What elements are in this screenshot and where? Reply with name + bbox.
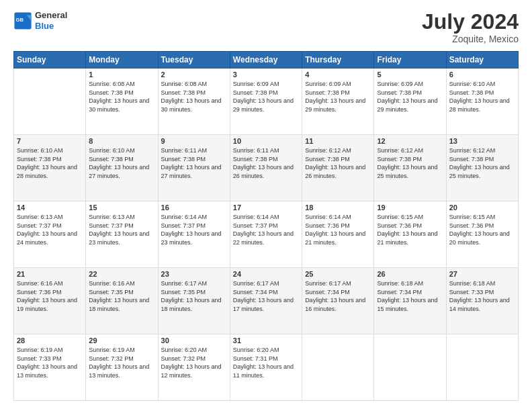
page: GB General Blue July 2024 Zoquite, Mexic… bbox=[0, 0, 532, 411]
day-info: Sunrise: 6:09 AMSunset: 7:38 PMDaylight:… bbox=[233, 80, 299, 113]
day-info: Sunrise: 6:13 AMSunset: 7:37 PMDaylight:… bbox=[17, 213, 83, 246]
day-number: 21 bbox=[17, 270, 83, 278]
day-number: 15 bbox=[89, 203, 154, 212]
calendar-cell: 22Sunrise: 6:16 AMSunset: 7:35 PMDayligh… bbox=[86, 268, 158, 334]
col-header-tuesday: Tuesday bbox=[158, 52, 230, 68]
col-header-saturday: Saturday bbox=[446, 52, 518, 68]
calendar-table: SundayMondayTuesdayWednesdayThursdayFrid… bbox=[13, 51, 519, 401]
day-info: Sunrise: 6:10 AMSunset: 7:38 PMDaylight:… bbox=[17, 146, 83, 180]
day-number: 5 bbox=[377, 71, 443, 79]
calendar-cell: 23Sunrise: 6:17 AMSunset: 7:35 PMDayligh… bbox=[158, 268, 230, 334]
calendar-cell: 13Sunrise: 6:12 AMSunset: 7:38 PMDayligh… bbox=[446, 135, 518, 201]
calendar-cell: 8Sunrise: 6:10 AMSunset: 7:38 PMDaylight… bbox=[86, 135, 158, 201]
col-header-friday: Friday bbox=[374, 52, 446, 68]
calendar-cell bbox=[302, 334, 374, 401]
calendar-cell: 28Sunrise: 6:19 AMSunset: 7:33 PMDayligh… bbox=[14, 334, 86, 401]
day-number: 25 bbox=[305, 270, 371, 278]
logo-icon: GB bbox=[13, 11, 32, 30]
calendar-cell: 10Sunrise: 6:11 AMSunset: 7:38 PMDayligh… bbox=[230, 135, 302, 201]
day-info: Sunrise: 6:09 AMSunset: 7:38 PMDaylight:… bbox=[377, 80, 443, 113]
day-number: 24 bbox=[233, 270, 299, 278]
calendar-cell: 19Sunrise: 6:15 AMSunset: 7:36 PMDayligh… bbox=[374, 201, 446, 268]
calendar-cell: 30Sunrise: 6:20 AMSunset: 7:32 PMDayligh… bbox=[158, 334, 230, 401]
day-info: Sunrise: 6:14 AMSunset: 7:37 PMDaylight:… bbox=[161, 213, 227, 246]
day-number: 9 bbox=[161, 137, 227, 145]
title-block: July 2024 Zoquite, Mexico bbox=[422, 10, 519, 44]
day-info: Sunrise: 6:12 AMSunset: 7:38 PMDaylight:… bbox=[449, 146, 515, 180]
calendar-week-1: 1Sunrise: 6:08 AMSunset: 7:38 PMDaylight… bbox=[14, 68, 519, 135]
calendar-header-row: SundayMondayTuesdayWednesdayThursdayFrid… bbox=[14, 52, 519, 68]
day-number: 6 bbox=[449, 71, 515, 79]
logo-line1: General bbox=[35, 10, 67, 21]
day-number: 4 bbox=[305, 71, 371, 79]
day-info: Sunrise: 6:11 AMSunset: 7:38 PMDaylight:… bbox=[233, 146, 299, 180]
day-info: Sunrise: 6:16 AMSunset: 7:36 PMDaylight:… bbox=[17, 279, 83, 313]
calendar-cell: 21Sunrise: 6:16 AMSunset: 7:36 PMDayligh… bbox=[14, 268, 86, 334]
day-info: Sunrise: 6:17 AMSunset: 7:34 PMDaylight:… bbox=[305, 279, 371, 313]
calendar-cell: 14Sunrise: 6:13 AMSunset: 7:37 PMDayligh… bbox=[14, 201, 86, 268]
day-info: Sunrise: 6:19 AMSunset: 7:32 PMDaylight:… bbox=[89, 346, 154, 379]
calendar-cell: 29Sunrise: 6:19 AMSunset: 7:32 PMDayligh… bbox=[86, 334, 158, 401]
calendar-cell bbox=[374, 334, 446, 401]
day-info: Sunrise: 6:18 AMSunset: 7:34 PMDaylight:… bbox=[377, 279, 443, 313]
day-info: Sunrise: 6:12 AMSunset: 7:38 PMDaylight:… bbox=[377, 146, 443, 180]
day-number: 17 bbox=[233, 203, 299, 212]
day-info: Sunrise: 6:08 AMSunset: 7:38 PMDaylight:… bbox=[161, 80, 227, 113]
day-number: 19 bbox=[377, 203, 443, 212]
calendar-cell: 16Sunrise: 6:14 AMSunset: 7:37 PMDayligh… bbox=[158, 201, 230, 268]
calendar-cell bbox=[446, 334, 518, 401]
calendar-week-3: 14Sunrise: 6:13 AMSunset: 7:37 PMDayligh… bbox=[14, 201, 519, 268]
logo: GB General Blue bbox=[13, 10, 67, 31]
logo-line2: Blue bbox=[35, 21, 67, 32]
day-number: 10 bbox=[233, 137, 299, 145]
day-info: Sunrise: 6:16 AMSunset: 7:35 PMDaylight:… bbox=[89, 279, 154, 313]
day-number: 28 bbox=[17, 336, 83, 345]
calendar-cell: 11Sunrise: 6:12 AMSunset: 7:38 PMDayligh… bbox=[302, 135, 374, 201]
col-header-wednesday: Wednesday bbox=[230, 52, 302, 68]
calendar-cell: 17Sunrise: 6:14 AMSunset: 7:37 PMDayligh… bbox=[230, 201, 302, 268]
day-info: Sunrise: 6:17 AMSunset: 7:34 PMDaylight:… bbox=[233, 279, 299, 313]
calendar-cell: 5Sunrise: 6:09 AMSunset: 7:38 PMDaylight… bbox=[374, 68, 446, 135]
day-number: 1 bbox=[89, 71, 154, 79]
day-number: 3 bbox=[233, 71, 299, 79]
svg-text:GB: GB bbox=[16, 17, 24, 23]
calendar-cell: 25Sunrise: 6:17 AMSunset: 7:34 PMDayligh… bbox=[302, 268, 374, 334]
calendar-cell: 26Sunrise: 6:18 AMSunset: 7:34 PMDayligh… bbox=[374, 268, 446, 334]
day-number: 13 bbox=[449, 137, 515, 145]
day-info: Sunrise: 6:20 AMSunset: 7:31 PMDaylight:… bbox=[233, 346, 299, 379]
day-number: 31 bbox=[233, 336, 299, 345]
day-info: Sunrise: 6:10 AMSunset: 7:38 PMDaylight:… bbox=[89, 146, 154, 180]
logo-text: General Blue bbox=[35, 10, 67, 31]
calendar-cell: 20Sunrise: 6:15 AMSunset: 7:36 PMDayligh… bbox=[446, 201, 518, 268]
day-number: 18 bbox=[305, 203, 371, 212]
day-info: Sunrise: 6:09 AMSunset: 7:38 PMDaylight:… bbox=[305, 80, 371, 113]
calendar-cell: 7Sunrise: 6:10 AMSunset: 7:38 PMDaylight… bbox=[14, 135, 86, 201]
day-info: Sunrise: 6:14 AMSunset: 7:37 PMDaylight:… bbox=[233, 213, 299, 246]
day-number: 12 bbox=[377, 137, 443, 145]
day-info: Sunrise: 6:08 AMSunset: 7:38 PMDaylight:… bbox=[89, 80, 154, 113]
day-info: Sunrise: 6:18 AMSunset: 7:33 PMDaylight:… bbox=[449, 279, 515, 313]
day-number: 8 bbox=[89, 137, 154, 145]
col-header-monday: Monday bbox=[86, 52, 158, 68]
calendar-week-4: 21Sunrise: 6:16 AMSunset: 7:36 PMDayligh… bbox=[14, 268, 519, 334]
calendar-subtitle: Zoquite, Mexico bbox=[422, 34, 519, 44]
calendar-cell: 3Sunrise: 6:09 AMSunset: 7:38 PMDaylight… bbox=[230, 68, 302, 135]
day-info: Sunrise: 6:17 AMSunset: 7:35 PMDaylight:… bbox=[161, 279, 227, 313]
calendar-cell: 6Sunrise: 6:10 AMSunset: 7:38 PMDaylight… bbox=[446, 68, 518, 135]
day-number: 16 bbox=[161, 203, 227, 212]
day-number: 23 bbox=[161, 270, 227, 278]
day-number: 11 bbox=[305, 137, 371, 145]
calendar-cell: 27Sunrise: 6:18 AMSunset: 7:33 PMDayligh… bbox=[446, 268, 518, 334]
day-info: Sunrise: 6:15 AMSunset: 7:36 PMDaylight:… bbox=[449, 213, 515, 246]
day-info: Sunrise: 6:10 AMSunset: 7:38 PMDaylight:… bbox=[449, 80, 515, 113]
calendar-cell: 12Sunrise: 6:12 AMSunset: 7:38 PMDayligh… bbox=[374, 135, 446, 201]
calendar-cell: 4Sunrise: 6:09 AMSunset: 7:38 PMDaylight… bbox=[302, 68, 374, 135]
calendar-cell: 1Sunrise: 6:08 AMSunset: 7:38 PMDaylight… bbox=[86, 68, 158, 135]
day-number: 22 bbox=[89, 270, 154, 278]
day-info: Sunrise: 6:15 AMSunset: 7:36 PMDaylight:… bbox=[377, 213, 443, 246]
day-number: 27 bbox=[449, 270, 515, 278]
day-info: Sunrise: 6:12 AMSunset: 7:38 PMDaylight:… bbox=[305, 146, 371, 180]
day-number: 26 bbox=[377, 270, 443, 278]
calendar-cell: 15Sunrise: 6:13 AMSunset: 7:37 PMDayligh… bbox=[86, 201, 158, 268]
day-number: 2 bbox=[161, 71, 227, 79]
